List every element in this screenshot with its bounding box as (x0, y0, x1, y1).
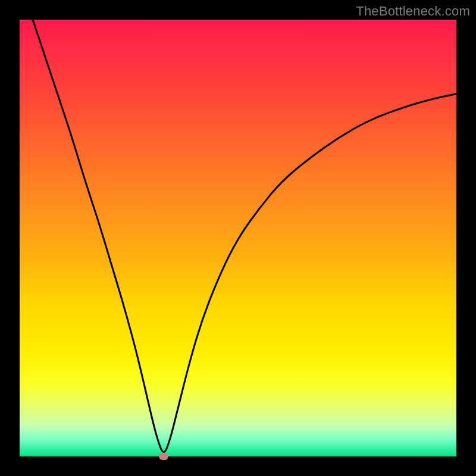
plot-area (20, 20, 456, 456)
minimum-marker (159, 453, 168, 460)
chart-frame: TheBottleneck.com (0, 0, 476, 476)
bottleneck-curve (20, 20, 456, 456)
attribution-text: TheBottleneck.com (356, 4, 470, 19)
